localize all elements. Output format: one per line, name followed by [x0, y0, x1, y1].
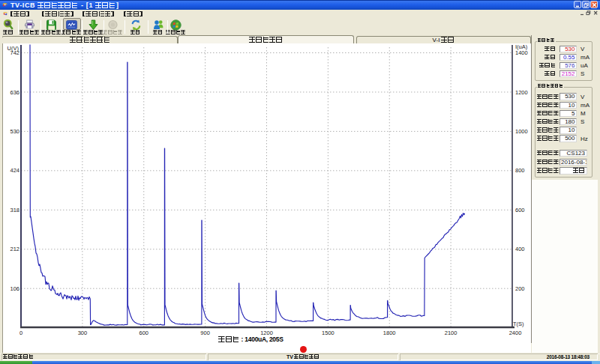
svg-text:0: 0 — [20, 330, 22, 336]
svg-text:530: 530 — [10, 128, 20, 135]
svg-text:T(S): T(S) — [513, 321, 524, 327]
svg-text:1800: 1800 — [383, 330, 396, 336]
svg-text:1000: 1000 — [515, 128, 528, 135]
svg-text:400: 400 — [515, 246, 525, 252]
svg-text:2400: 2400 — [509, 330, 522, 336]
svg-text:600: 600 — [515, 207, 525, 213]
svg-text:900: 900 — [200, 330, 210, 336]
svg-text:1400: 1400 — [515, 49, 528, 56]
svg-text:200: 200 — [515, 285, 525, 292]
svg-text:300: 300 — [78, 330, 88, 336]
svg-text:1200: 1200 — [515, 89, 528, 96]
svg-text:212: 212 — [10, 246, 20, 252]
svg-text:742: 742 — [10, 49, 20, 56]
svg-text:636: 636 — [10, 89, 20, 96]
svg-text:1500: 1500 — [322, 330, 334, 336]
svg-text:106: 106 — [10, 285, 20, 292]
svg-text:424: 424 — [10, 167, 20, 174]
svg-text:800: 800 — [515, 167, 525, 174]
svg-text:318: 318 — [10, 207, 20, 213]
svg-text:600: 600 — [140, 330, 149, 336]
svg-text:2100: 2100 — [445, 330, 458, 336]
